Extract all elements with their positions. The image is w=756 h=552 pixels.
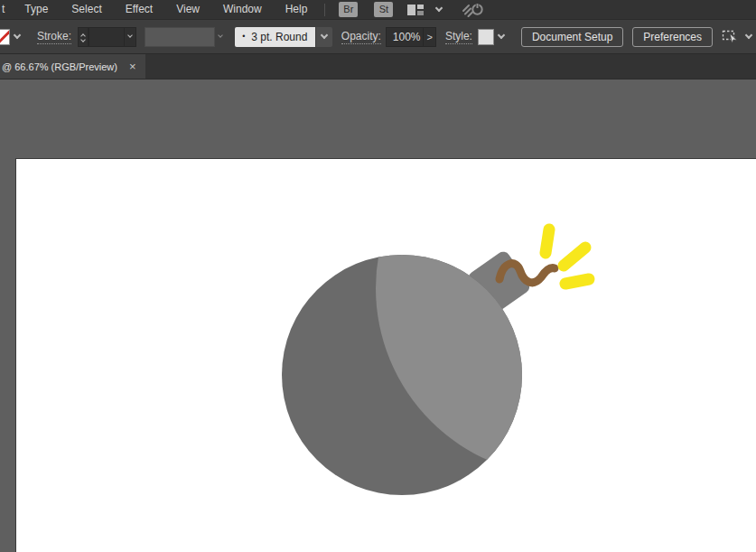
document-tab-bar: @ 66.67% (RGB/Preview) × (0, 54, 756, 80)
control-bar: Stroke: • 3 pt. Round Opacity: 100% > St… (0, 20, 756, 54)
menu-item-type[interactable]: Type (13, 0, 60, 19)
gpu-performance-icon[interactable] (461, 2, 484, 17)
stroke-label[interactable]: Stroke: (37, 30, 71, 44)
preferences-button[interactable]: Preferences (632, 27, 713, 47)
style-swatch[interactable] (478, 29, 494, 45)
select-similar-chevron-icon[interactable] (742, 35, 756, 38)
none-slash-icon (0, 29, 10, 45)
workspace-switcher-icon[interactable] (407, 4, 424, 16)
workspace-chevron-icon[interactable] (436, 8, 442, 11)
opacity-label[interactable]: Opacity: (341, 30, 381, 44)
brush-chevron-icon[interactable] (316, 27, 332, 47)
opacity-input[interactable]: 100% (386, 27, 425, 47)
select-similar-icon[interactable] (722, 29, 742, 44)
stroke-weight-chevron-icon[interactable] (125, 27, 136, 47)
menu-item-help[interactable]: Help (274, 0, 320, 19)
menubar-divider (324, 4, 325, 16)
fill-chevron-icon[interactable] (10, 35, 24, 38)
stepper-down-icon[interactable] (80, 37, 86, 42)
document-tab-label: @ 66.67% (RGB/Preview) (2, 61, 117, 72)
fill-swatch-none[interactable] (0, 29, 10, 45)
document-tab[interactable]: @ 66.67% (RGB/Preview) × (0, 54, 145, 79)
menu-item-view[interactable]: View (164, 0, 211, 19)
illustrator-window: t Type Select Effect View Window Help Br… (0, 0, 756, 552)
menu-item-select[interactable]: Select (60, 0, 113, 19)
stroke-weight-input[interactable] (89, 27, 125, 47)
spark-vertical-shape[interactable] (546, 229, 549, 253)
stock-button[interactable]: St (374, 2, 393, 17)
brush-definition-combo: • 3 pt. Round (235, 27, 332, 47)
tab-close-icon[interactable]: × (129, 61, 136, 72)
menu-item-window[interactable]: Window (211, 0, 274, 19)
bridge-button[interactable]: Br (339, 2, 358, 17)
brush-thumbnail-icon: • (242, 33, 245, 41)
bomb-artwork (16, 159, 756, 552)
menu-item-effect[interactable]: Effect (114, 0, 164, 19)
menu-item-partial[interactable]: t (0, 0, 13, 19)
artboard[interactable] (15, 158, 756, 552)
style-chevron-icon[interactable] (494, 35, 509, 38)
brush-definition-value[interactable]: • 3 pt. Round (235, 27, 315, 47)
canvas-pasteboard (0, 80, 756, 552)
document-setup-button[interactable]: Document Setup (521, 27, 623, 47)
width-profile-chevron-icon[interactable] (215, 36, 226, 37)
style-label[interactable]: Style: (445, 30, 472, 44)
menu-bar: t Type Select Effect View Window Help Br… (0, 0, 756, 20)
width-profile-dropdown[interactable] (145, 27, 215, 47)
brush-definition-label: 3 pt. Round (251, 31, 307, 43)
spark-horizontal-shape[interactable] (565, 279, 589, 284)
opacity-panel-button[interactable]: > (424, 27, 436, 47)
stroke-weight-stepper[interactable] (78, 27, 89, 47)
